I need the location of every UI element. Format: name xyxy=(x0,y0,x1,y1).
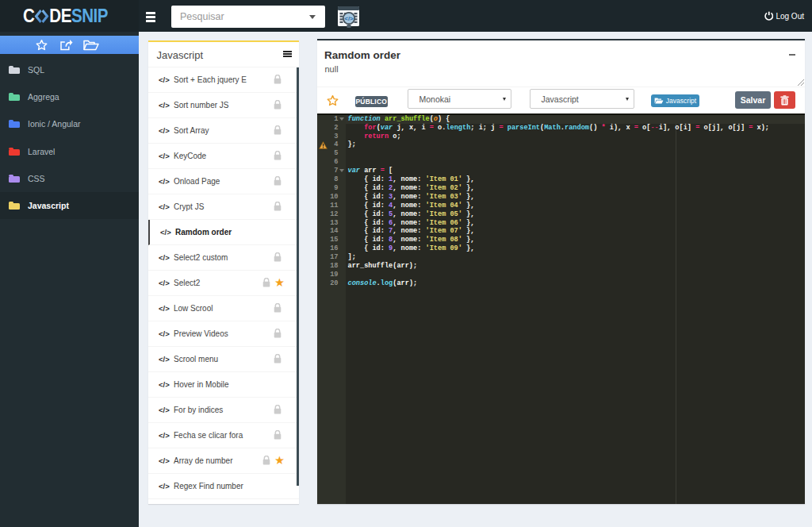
svg-text:</>: </> xyxy=(344,15,354,22)
